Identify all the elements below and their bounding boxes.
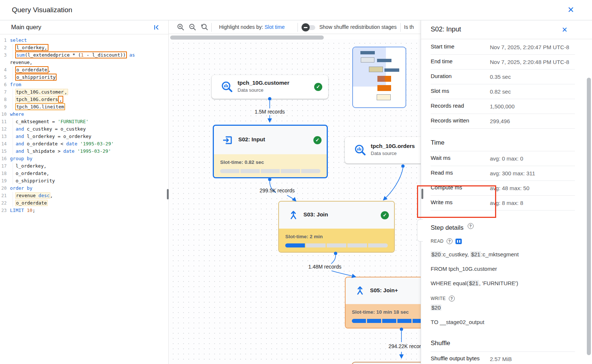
graph-canvas[interactable]: Highlight nodes by: Slot time Show shuff… bbox=[169, 20, 421, 364]
stage-details-panel: S02: Input ✕ Start timeNov 7, 2025, 2:20… bbox=[421, 20, 592, 364]
detail-row: Duration0.35 sec bbox=[431, 70, 575, 84]
shuffle-rows: Shuffle output bytes2.57 MiBShuffle spil… bbox=[431, 351, 575, 364]
shuffle-stages-label: Show shuffle redistribution stages bbox=[319, 24, 397, 30]
clipped-toolbar-label: Is th bbox=[404, 24, 414, 30]
step-line: TO __stage02_output bbox=[431, 318, 575, 326]
panel-collapse-tab[interactable] bbox=[417, 219, 423, 242]
code-line: 10where bbox=[0, 111, 168, 118]
code-line: 3 sum(l_extendedprice * (1 - l_discount)… bbox=[0, 51, 168, 59]
vertical-scrollbar[interactable] bbox=[587, 78, 591, 355]
detail-row: Start timeNov 7, 2025, 2:20:47 PM UTC-8 bbox=[431, 40, 575, 55]
code-line: 4 o_orderdate, bbox=[0, 66, 168, 74]
minimap-node bbox=[377, 59, 391, 62]
query-panel-header: Main query bbox=[0, 20, 168, 34]
read-lines: $20:c_custkey, $21:c_mktsegmentFROM tpch… bbox=[431, 250, 575, 287]
minimap-node bbox=[360, 51, 375, 54]
input-stage-icon bbox=[222, 135, 233, 146]
slot-time-label: Slot-time: 10 min 18 sec bbox=[352, 309, 409, 315]
shuffle-stages-toggle[interactable] bbox=[303, 25, 315, 30]
stage-details-title: S02: Input bbox=[431, 26, 461, 33]
detail-row: Wait msavg: 0 max: 0 bbox=[431, 151, 575, 166]
step-line: FROM tpch_10G.customer bbox=[431, 265, 575, 273]
node-subtitle: Data source bbox=[238, 87, 263, 93]
canvas-toolbar: Highlight nodes by: Slot time Show shuff… bbox=[169, 20, 421, 34]
code-line: 13 and l_orderkey = o_orderkey bbox=[0, 133, 168, 140]
zoom-out-icon[interactable] bbox=[189, 23, 196, 31]
toolbar-divider bbox=[297, 23, 298, 32]
slot-time-label: Slot-time: 0.82 sec bbox=[220, 159, 264, 165]
step-line: $20:c_custkey, $21:c_mktsegment bbox=[431, 250, 575, 259]
success-check-icon: ✓ bbox=[313, 136, 322, 144]
help-icon[interactable]: ? bbox=[449, 296, 455, 301]
edge-label-records: 1.5M records bbox=[255, 109, 285, 115]
code-line: revenue, bbox=[0, 59, 168, 66]
read-section-label: READ ? bbox=[431, 238, 575, 244]
write-section-label: WRITE ? bbox=[431, 296, 575, 301]
node-title: S05: Join+ bbox=[370, 287, 398, 293]
page-title: Query Visualization bbox=[12, 6, 72, 14]
toggle-knob bbox=[302, 23, 310, 31]
edge-label-records: 299.5K records bbox=[260, 188, 295, 193]
node-tpch-customer[interactable]: tpch_10G.customer Data source ✓ bbox=[212, 75, 328, 99]
detail-row: Slot ms0.82 sec bbox=[431, 84, 575, 99]
join-stage-icon bbox=[354, 285, 366, 296]
node-tpch-orders[interactable]: tpch_10G.orders Data source bbox=[345, 137, 421, 164]
code-line: 23LIMIT 10; bbox=[0, 207, 168, 214]
panel-close-icon[interactable]: ✕ bbox=[562, 26, 568, 34]
node-s05-join[interactable]: S05: Join+ Slot-time: 10 min 18 sec bbox=[345, 277, 421, 328]
slot-time-label: Slot-time: 2 min bbox=[285, 234, 323, 239]
zoom-in-icon[interactable] bbox=[177, 23, 184, 31]
query-panel-title: Main query bbox=[11, 24, 41, 31]
stage-details-header: S02: Input ✕ bbox=[421, 20, 592, 39]
code-line: 14 and o_orderdate < date '1995-03-29' bbox=[0, 140, 168, 148]
minimap-node bbox=[361, 57, 374, 63]
code-line: 19 o_shippriority bbox=[0, 177, 168, 185]
detail-rows: Start timeNov 7, 2025, 2:20:47 PM UTC-8E… bbox=[431, 40, 575, 129]
minimap[interactable] bbox=[352, 47, 406, 108]
panel-resize-handle[interactable] bbox=[167, 189, 169, 199]
step-line: $20 bbox=[431, 304, 575, 312]
close-icon[interactable]: ✕ bbox=[568, 5, 574, 15]
code-line: 20order by bbox=[0, 185, 168, 192]
highlight-label-text: Highlight nodes by: bbox=[219, 24, 263, 30]
node-title: tpch_10G.orders bbox=[371, 143, 415, 149]
code-line: 22 o_orderdate bbox=[0, 199, 168, 207]
zoom-reset-icon[interactable] bbox=[201, 23, 208, 31]
node-subtitle: Data source bbox=[371, 151, 397, 156]
detail-row: Shuffle output bytes2.57 MiB bbox=[431, 352, 575, 364]
node-title: tpch_10G.customer bbox=[238, 80, 289, 86]
data-source-icon bbox=[221, 80, 234, 94]
node-next-stage[interactable] bbox=[352, 362, 421, 364]
node-s03-join[interactable]: S03: Join ✓ Slot-time: 2 min bbox=[278, 201, 395, 253]
minimap-node bbox=[377, 85, 391, 91]
slot-progress-bar bbox=[220, 169, 320, 173]
help-icon[interactable]: ? bbox=[447, 238, 453, 244]
highlight-nodes-label: Highlight nodes by: Slot time bbox=[219, 24, 285, 30]
detail-row: Read msavg: 300 max: 311 bbox=[431, 166, 575, 181]
minimap-node bbox=[377, 94, 391, 100]
join-stage-icon bbox=[288, 210, 299, 221]
minimap-node bbox=[377, 76, 385, 82]
code-editor[interactable]: 1select2 l_orderkey,3 sum(l_extendedpric… bbox=[0, 34, 168, 214]
success-check-icon: ✓ bbox=[314, 83, 322, 91]
read-columns-icon[interactable] bbox=[455, 239, 462, 244]
read-label-text: READ bbox=[431, 239, 444, 244]
step-details-title-text: Step details bbox=[431, 224, 464, 231]
node-s02-input[interactable]: S02: Input ✓ Slot-time: 0.82 sec bbox=[213, 125, 328, 178]
minimap-content bbox=[353, 47, 406, 107]
code-line: 12 and c_custkey = o_custkey bbox=[0, 125, 168, 133]
code-line: 8 tpch_10G.orders, bbox=[0, 96, 168, 103]
collapse-panel-icon[interactable] bbox=[153, 24, 160, 31]
code-line: 1select bbox=[0, 37, 168, 44]
help-icon[interactable]: ? bbox=[468, 223, 474, 229]
code-line: 2 l_orderkey, bbox=[0, 44, 168, 51]
edge-label-records: 1.48M records bbox=[308, 264, 341, 270]
data-source-icon bbox=[354, 144, 367, 157]
minimap-node bbox=[369, 67, 383, 72]
time-section-title: Time bbox=[431, 139, 575, 146]
horizontal-scrollbar[interactable] bbox=[170, 36, 324, 40]
panel-resize-handle[interactable] bbox=[421, 189, 423, 199]
highlight-value-dropdown[interactable]: Slot time bbox=[265, 24, 285, 30]
step-details-title: Step details ? bbox=[431, 223, 575, 232]
detail-row: Compute msavg: 48 max: 50 bbox=[431, 181, 575, 196]
